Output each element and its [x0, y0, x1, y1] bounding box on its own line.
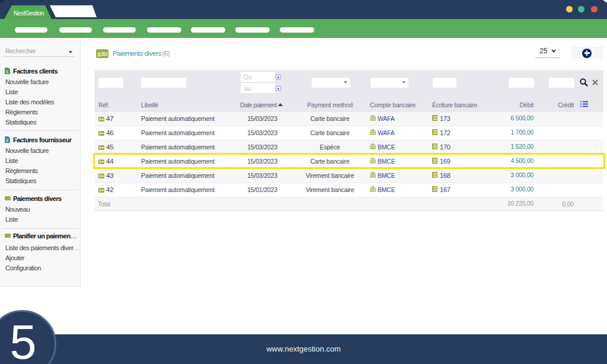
- svg-text:$: $: [98, 50, 101, 57]
